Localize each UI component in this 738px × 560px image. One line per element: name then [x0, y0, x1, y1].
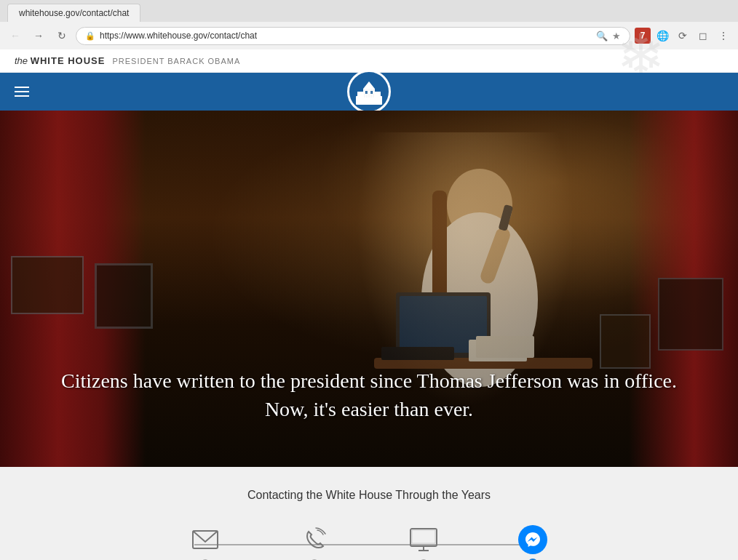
- timeline-title: Contacting the White House Through the Y…: [15, 489, 723, 502]
- hero-quote: Citizens have written to the president s…: [44, 367, 694, 423]
- timeline-item-1880[interactable]: 1880: [260, 524, 369, 560]
- wh-logo-circle: [347, 70, 391, 113]
- photo-frame-right-1: [658, 278, 723, 351]
- photo-frame-left-2: [95, 263, 153, 329]
- phone-icon: [294, 524, 335, 556]
- timeline-item-1994[interactable]: 1994: [369, 524, 478, 560]
- hero-section: Citizens have written to the president s…: [0, 111, 738, 467]
- refresh-button[interactable]: ↻: [52, 26, 71, 45]
- browser-tabs: whitehouse.gov/contact/chat: [0, 0, 738, 22]
- site-title: the WHITE HOUSE: [15, 55, 105, 66]
- svg-rect-21: [381, 347, 454, 360]
- star-icon: ★: [612, 31, 621, 41]
- browser-menu-icon[interactable]: ⋮: [715, 27, 732, 44]
- extension-icon-1[interactable]: 7: [635, 28, 651, 44]
- hamburger-line-2: [15, 91, 29, 92]
- svg-rect-4: [365, 91, 368, 94]
- photo-frame-left-1: [11, 256, 84, 314]
- browser-chrome: whitehouse.gov/contact/chat ← → ↻ 🔒 http…: [0, 0, 738, 49]
- search-icon: 🔍: [596, 31, 608, 41]
- history-icon[interactable]: ⟳: [674, 27, 691, 44]
- timeline-item-1801[interactable]: 1801: [151, 524, 260, 560]
- svg-rect-6: [357, 92, 363, 97]
- mail-icon: [185, 524, 226, 556]
- active-tab: whitehouse.gov/contact/chat: [7, 4, 140, 22]
- svg-rect-7: [375, 92, 381, 97]
- timeline-track: 1801 1880: [151, 524, 587, 560]
- windows-icon[interactable]: ◻: [694, 27, 712, 44]
- hero-text-overlay: Citizens have written to the president s…: [0, 367, 738, 423]
- photo-frame-right-2: [600, 314, 651, 369]
- president-name: PRESIDENT BARACK OBAMA: [112, 57, 240, 65]
- hamburger-line-1: [15, 87, 29, 88]
- messenger-circle: [518, 525, 547, 554]
- hamburger-line-3: [15, 95, 29, 97]
- url-text: https://www.whitehouse.gov/contact/chat: [100, 31, 592, 41]
- whitehouse-logo[interactable]: [347, 70, 391, 113]
- svg-rect-26: [412, 530, 435, 543]
- messenger-icon: [512, 524, 553, 556]
- navigation-bar: [0, 73, 738, 111]
- monitor-icon: [403, 524, 444, 556]
- hamburger-menu-button[interactable]: [11, 83, 33, 100]
- toolbar-icons: 7 🌐 ⟳ ◻ ⋮: [635, 27, 732, 44]
- svg-rect-5: [370, 91, 373, 94]
- browser-toolbar: ← → ↻ 🔒 https://www.whitehouse.gov/conta…: [0, 22, 738, 49]
- address-bar[interactable]: 🔒 https://www.whitehouse.gov/contact/cha…: [76, 27, 630, 45]
- extension-icon-2[interactable]: 🌐: [654, 27, 671, 44]
- lock-icon: 🔒: [85, 31, 95, 41]
- timeline-item-2016[interactable]: 2016: [478, 524, 587, 560]
- timeline-section: Contacting the White House Through the Y…: [0, 467, 738, 560]
- back-button[interactable]: ←: [6, 26, 25, 45]
- svg-rect-25: [410, 529, 437, 546]
- svg-rect-23: [476, 336, 534, 358]
- wh-logo-svg: [353, 76, 385, 108]
- forward-button[interactable]: →: [29, 26, 48, 45]
